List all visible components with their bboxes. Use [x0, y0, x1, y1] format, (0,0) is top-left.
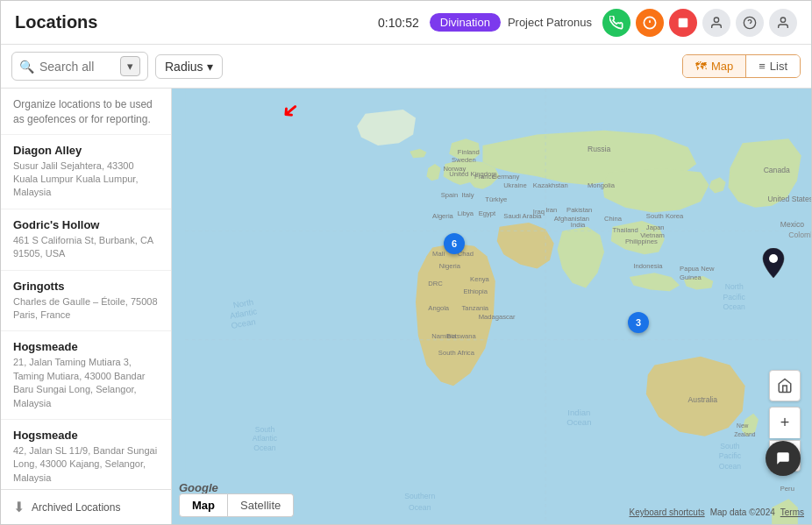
svg-text:Iraq: Iraq — [533, 208, 545, 216]
svg-text:Russia: Russia — [588, 145, 610, 153]
search-dropdown-button[interactable]: ▾ — [120, 56, 140, 76]
svg-text:South: South — [255, 425, 275, 434]
svg-rect-3 — [679, 18, 688, 27]
svg-text:Iran: Iran — [545, 206, 557, 214]
locations-list: Diagon Alley Susur Jalil Sejahtera, 4330… — [1, 135, 171, 489]
location-name: Hogsmeade — [13, 429, 159, 442]
map-tab-map[interactable]: Map — [179, 493, 228, 517]
svg-text:Italy: Italy — [462, 191, 474, 199]
svg-text:South Africa: South Africa — [438, 349, 475, 357]
map-marker-6[interactable]: 6 — [444, 233, 465, 254]
svg-text:Japan: Japan — [646, 223, 665, 231]
svg-text:Kazakhstan: Kazakhstan — [533, 181, 568, 189]
svg-text:Algeria: Algeria — [432, 212, 453, 220]
keyboard-shortcuts[interactable]: Keyboard shortcuts — [630, 507, 705, 517]
svg-point-80 — [769, 254, 778, 263]
svg-text:Finland: Finland — [458, 148, 480, 156]
svg-text:Guinea: Guinea — [680, 273, 702, 281]
radius-label: Radius — [165, 60, 203, 74]
map-marker-3[interactable]: 3 — [628, 312, 649, 333]
svg-text:Pacific: Pacific — [723, 293, 746, 302]
map-view-icon: 🗺 — [695, 60, 707, 73]
archive-label: Archived Locations — [32, 501, 120, 514]
svg-text:Ocean: Ocean — [409, 503, 431, 512]
list-view-label: List — [770, 60, 787, 73]
svg-text:Peru: Peru — [780, 485, 794, 493]
svg-text:Ocean: Ocean — [723, 302, 746, 311]
zoom-in-button[interactable]: + — [769, 407, 801, 438]
location-name: Diagon Alley — [13, 144, 159, 157]
map-view-label: Map — [711, 60, 733, 73]
svg-text:Ocean: Ocean — [253, 443, 276, 452]
svg-text:Mongolia: Mongolia — [588, 181, 616, 189]
svg-text:Indian: Indian — [567, 408, 590, 417]
svg-text:Botswana: Botswana — [446, 332, 476, 340]
svg-text:Thailand: Thailand — [613, 226, 638, 234]
svg-text:Indonesia: Indonesia — [634, 262, 664, 270]
svg-text:Madagascar: Madagascar — [479, 313, 516, 321]
sidebar-description: Organize locations to be used as geofenc… — [1, 89, 171, 135]
page-title: Locations — [15, 12, 378, 32]
svg-text:Libya: Libya — [458, 209, 474, 217]
notifications-button[interactable] — [769, 9, 797, 37]
svg-text:Pacific: Pacific — [719, 451, 742, 460]
list-item[interactable]: Gringotts Charles de Gaulle – Étoile, 75… — [1, 271, 171, 332]
svg-text:Kenya: Kenya — [470, 275, 489, 283]
location-name: Gringotts — [13, 280, 159, 293]
search-input[interactable] — [39, 60, 118, 74]
map-marker-us[interactable] — [761, 248, 786, 278]
svg-text:Sweden: Sweden — [452, 156, 476, 164]
view-toggle: 🗺 Map ≡ List — [682, 54, 801, 78]
list-view-button[interactable]: ≡ List — [746, 55, 800, 77]
map-view-button[interactable]: 🗺 Map — [683, 55, 746, 77]
list-view-icon: ≡ — [759, 60, 766, 73]
svg-text:New: New — [737, 422, 749, 429]
map-expand-button[interactable] — [769, 370, 801, 401]
divination-badge: Divination — [430, 13, 501, 32]
chat-button[interactable] — [766, 441, 801, 476]
map-area[interactable]: North Atlantic Ocean South Atlantic Ocea… — [172, 89, 811, 524]
location-address: Charles de Gaulle – Étoile, 75008 Paris,… — [13, 295, 159, 323]
list-item[interactable]: Hogsmeade 42, Jalan SL 11/9, Bandar Sung… — [1, 420, 171, 489]
help-button[interactable] — [736, 9, 764, 37]
red-stop-button[interactable] — [669, 9, 697, 37]
map-tab-satellite[interactable]: Satellite — [228, 493, 294, 517]
svg-text:Spain: Spain — [441, 191, 459, 199]
svg-text:India: India — [571, 221, 586, 229]
svg-text:DRC: DRC — [428, 280, 443, 287]
list-item[interactable]: Godric's Hollow 461 S California St, Bur… — [1, 209, 171, 271]
svg-text:Nigeria: Nigeria — [439, 262, 461, 270]
search-icon: 🔍 — [19, 60, 34, 74]
archive-icon: ⬇ — [13, 499, 25, 515]
svg-text:Ukraine: Ukraine — [503, 181, 526, 189]
map-attribution: Keyboard shortcuts Map data ©2024 Terms — [630, 507, 805, 517]
location-address: 21, Jalan Taming Mutiara 3, Taming Mutia… — [13, 356, 159, 410]
svg-text:North: North — [725, 282, 744, 291]
list-item[interactable]: Diagon Alley Susur Jalil Sejahtera, 4330… — [1, 135, 171, 209]
location-address: 42, Jalan SL 11/9, Bandar Sungai Long, 4… — [13, 444, 159, 485]
svg-text:Zealand: Zealand — [734, 431, 755, 437]
terms-link[interactable]: Terms — [780, 507, 804, 517]
location-address: 461 S California St, Burbank, CA 91505, … — [13, 234, 159, 261]
world-map: North Atlantic Ocean South Atlantic Ocea… — [172, 89, 811, 524]
svg-text:South Korea: South Korea — [646, 212, 684, 220]
svg-point-7 — [780, 18, 785, 22]
map-data: Map data ©2024 — [710, 507, 775, 517]
radius-dropdown-icon: ▾ — [207, 60, 213, 74]
timer: 0:10:52 — [378, 16, 419, 30]
location-name: Hogsmeade — [13, 340, 159, 353]
radius-button[interactable]: Radius ▾ — [155, 54, 223, 79]
svg-text:Tanzania: Tanzania — [462, 304, 489, 312]
svg-text:South: South — [720, 442, 740, 451]
svg-text:Papua New: Papua New — [680, 265, 715, 273]
user-button[interactable] — [702, 9, 730, 37]
project-label: Project Patronus — [508, 16, 592, 29]
archived-locations-button[interactable]: ⬇ Archived Locations — [1, 489, 171, 524]
green-action-button[interactable] — [602, 9, 630, 37]
list-item[interactable]: Hogsmeade 21, Jalan Taming Mutiara 3, Ta… — [1, 331, 171, 420]
map-tabs: Map Satellite — [179, 493, 294, 517]
svg-text:Australia: Australia — [688, 395, 718, 404]
search-container: 🔍 ▾ — [11, 52, 148, 81]
svg-text:Türkiye: Türkiye — [485, 195, 507, 203]
orange-action-button[interactable] — [636, 9, 664, 37]
